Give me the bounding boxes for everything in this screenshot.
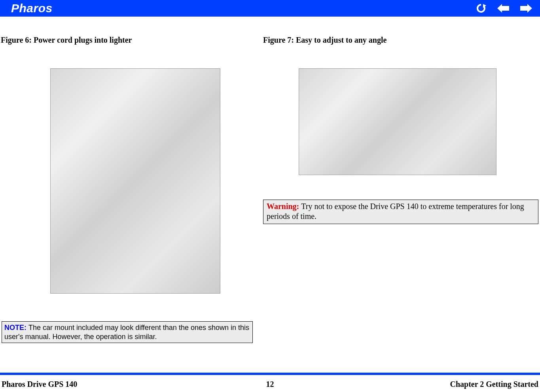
warning-box: Warning: Try not to expose the Drive GPS… [263, 200, 538, 224]
footer-left: Pharos Drive GPS 140 [2, 380, 77, 389]
svg-rect-1 [520, 6, 528, 11]
refresh-icon[interactable] [475, 3, 487, 13]
forward-icon[interactable] [519, 3, 533, 13]
warning-text: Try not to expose the Drive GPS 140 to e… [267, 202, 524, 220]
header-bar: Pharos [0, 0, 540, 17]
footer-divider [0, 373, 540, 375]
footer-right: Chapter 2 Getting Started [450, 380, 539, 389]
page-number: 12 [266, 380, 274, 389]
right-column: Figure 7: Easy to adjust to any angle Wa… [263, 36, 540, 343]
note-text: The car mount included may look differen… [4, 324, 249, 341]
note-label: NOTE: [4, 324, 28, 332]
back-icon[interactable] [496, 3, 510, 13]
left-column: Figure 6: Power cord plugs into lighter … [0, 36, 263, 343]
warning-label: Warning: [267, 202, 301, 211]
footer: Pharos Drive GPS 140 12 Chapter 2 Gettin… [0, 380, 540, 389]
header-icons [475, 3, 533, 13]
brand-label: Pharos [11, 2, 53, 15]
figure-7-image [299, 68, 496, 175]
figure-6-caption: Figure 6: Power cord plugs into lighter [1, 36, 263, 45]
note-box: NOTE: The car mount included may look di… [2, 321, 253, 343]
page-content: Figure 6: Power cord plugs into lighter … [0, 17, 540, 370]
figure-6-image [50, 68, 220, 294]
figure-7-caption: Figure 7: Easy to adjust to any angle [263, 36, 540, 45]
svg-rect-0 [501, 6, 509, 11]
